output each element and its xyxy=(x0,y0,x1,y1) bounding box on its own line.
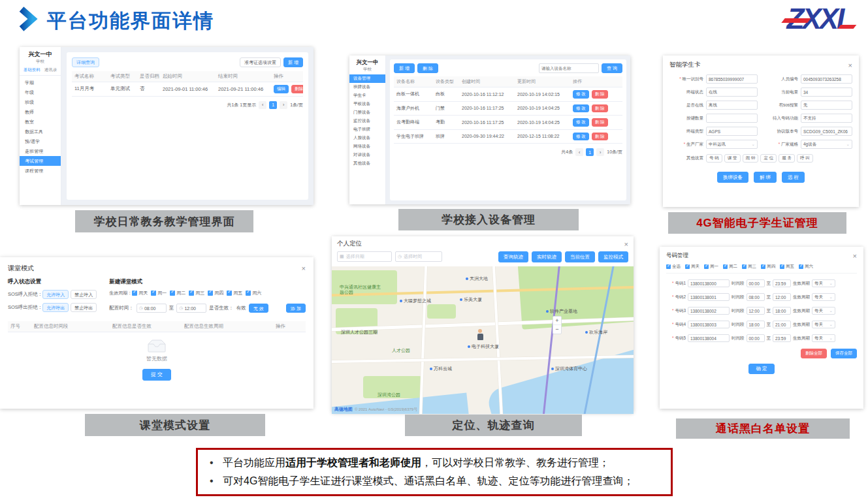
cycle-checkbox[interactable]: 周四 xyxy=(761,264,775,270)
close-icon[interactable]: × xyxy=(848,61,852,69)
submit-button[interactable]: 提 交 xyxy=(142,369,171,381)
zoom-in-button[interactable]: + xyxy=(553,317,561,325)
key-count-field[interactable] xyxy=(706,114,758,123)
realtime-track-button[interactable]: 实时轨迹 xyxy=(532,251,562,262)
forbid-outgoing-button[interactable]: 禁止呼出 xyxy=(71,303,97,312)
spec-select[interactable]: 4g设备 xyxy=(801,140,852,149)
sidebar-item[interactable]: 监控设备 xyxy=(349,117,385,125)
sidebar-item[interactable]: 网络设备 xyxy=(349,142,385,151)
current-page[interactable]: 1 xyxy=(269,101,277,109)
search-button[interactable]: 查 询 xyxy=(602,63,622,73)
terminal-status-field[interactable]: 在线 xyxy=(706,87,758,97)
sidebar-item[interactable]: 对讲设备 xyxy=(349,151,385,159)
query-track-button[interactable]: 查询轨迹 xyxy=(498,251,528,262)
delete-device-button[interactable]: 删 除 xyxy=(417,63,438,73)
start-time-input[interactable]: 08:00 xyxy=(137,304,167,313)
start-time-input[interactable]: 12:00 xyxy=(747,307,765,315)
edit-button[interactable]: 编辑 xyxy=(274,85,289,93)
sidebar-item[interactable]: 走班管理 xyxy=(20,146,61,156)
phone-input[interactable]: 13800138002 xyxy=(688,307,730,315)
start-time-input[interactable]: 00:00 xyxy=(747,334,765,342)
valid-yes-option[interactable]: 有效 xyxy=(236,305,246,311)
end-time-input[interactable]: 12:00 xyxy=(176,304,206,313)
person-marker[interactable] xyxy=(475,329,485,342)
cycle-checkbox[interactable]: 全选 xyxy=(666,264,681,270)
start-time-input[interactable]: 18:00 xyxy=(747,321,765,328)
alarm-setting-button[interactable]: 闹 钟 xyxy=(743,154,759,163)
save-all-button[interactable]: 保存全部 xyxy=(831,349,857,358)
delete-button[interactable]: 删 除 xyxy=(592,118,608,127)
week-checkbox[interactable]: 周三 xyxy=(189,290,204,296)
online-field[interactable]: 离线 xyxy=(706,101,758,110)
valid-no-button[interactable]: 无 效 xyxy=(249,304,268,313)
add-exam-button[interactable]: 新 增 xyxy=(283,57,303,67)
edit-button[interactable]: 修 改 xyxy=(573,133,589,141)
manufacturer-select[interactable]: 中科远讯 xyxy=(706,140,758,149)
delete-button[interactable]: 删 除 xyxy=(592,104,608,113)
zoom-out-button[interactable]: − xyxy=(553,325,561,334)
sidebar-item[interactable]: 班级 xyxy=(20,97,61,107)
allow-incoming-button[interactable]: 允许呼入 xyxy=(42,290,69,299)
cycle-select[interactable]: 每天 xyxy=(812,334,835,342)
sidebar-item[interactable]: 数据工具 xyxy=(20,127,61,136)
incoming-support-field[interactable]: 不支持 xyxy=(801,114,852,123)
cycle-select[interactable]: 每天 xyxy=(812,307,835,315)
location-setting-button[interactable]: 定 位 xyxy=(760,154,777,163)
sidebar-item[interactable]: 学期 xyxy=(20,78,61,87)
sidebar-item[interactable]: 班牌设备 xyxy=(349,83,385,91)
close-icon[interactable]: × xyxy=(853,252,857,260)
page-size-select[interactable]: 1条/页 xyxy=(290,102,303,108)
week-checkbox[interactable]: 周五 xyxy=(227,290,242,296)
week-checkbox[interactable]: 周天 xyxy=(132,290,148,296)
call-setting-button[interactable]: 呼 叫 xyxy=(797,154,813,163)
sidebar-item-exam-active[interactable]: 考试管理 xyxy=(20,156,61,166)
end-time-input[interactable]: 18:00 xyxy=(773,307,791,315)
edit-button[interactable]: 修 改 xyxy=(573,90,589,99)
sidebar-item[interactable]: 年级 xyxy=(20,87,61,97)
edit-button[interactable]: 修 改 xyxy=(573,118,589,127)
start-time-input[interactable]: 00:00 xyxy=(747,279,765,287)
add-device-button[interactable]: 新 增 xyxy=(394,63,415,73)
current-position-button[interactable]: 当前位置 xyxy=(565,251,595,262)
cycle-checkbox[interactable]: 周一 xyxy=(704,264,718,270)
cycle-checkbox[interactable]: 周天 xyxy=(685,264,699,270)
page-size-select[interactable]: 10条/页 xyxy=(607,149,622,155)
sidebar-item[interactable]: 教室 xyxy=(20,117,61,127)
phone-input[interactable]: 13800138001 xyxy=(688,293,730,301)
sidebar-item[interactable]: 其他设备 xyxy=(349,159,385,168)
week-checkbox[interactable]: 周一 xyxy=(151,290,167,296)
sidebar-item-device-active[interactable]: 设备管理 xyxy=(349,74,385,83)
tab-basic-data[interactable]: 基础资料 xyxy=(24,67,40,73)
end-time-input[interactable]: 23:59 xyxy=(773,279,791,287)
current-page[interactable]: 1 xyxy=(586,148,594,156)
start-time-input[interactable]: 08:00 xyxy=(747,293,765,301)
cycle-select[interactable]: 每天 xyxy=(812,321,835,328)
class-setting-button[interactable]: 课 堂 xyxy=(724,154,741,163)
cycle-select[interactable]: 每天 xyxy=(812,293,835,301)
delete-button[interactable]: 删 除 xyxy=(592,133,608,141)
end-time-input[interactable]: 21:00 xyxy=(773,321,791,328)
remote-button[interactable]: 远 程 xyxy=(782,172,805,183)
person-id-field[interactable]: 0045093073263258 xyxy=(801,74,852,84)
allow-outgoing-button[interactable]: 允许呼出 xyxy=(42,303,69,312)
delete-button[interactable]: 删 除 xyxy=(592,90,608,99)
sidebar-item[interactable]: 课程管理 xyxy=(20,166,61,176)
week-checkbox[interactable]: 周四 xyxy=(208,290,223,296)
tab-contacts[interactable]: 通讯录 xyxy=(44,67,57,73)
week-checkbox[interactable]: 周二 xyxy=(170,290,185,296)
add-config-button[interactable]: 添 加 xyxy=(286,304,306,313)
delete-all-button[interactable]: 删除全部 xyxy=(801,349,827,358)
device-search-input[interactable] xyxy=(539,63,599,73)
map-canvas[interactable]: 天润大地 大疆梦想之城 乐美大厦 中兴通讯社区健康主题公园 深圳人才公园三期 人… xyxy=(332,266,634,414)
sidebar-item[interactable]: 教师 xyxy=(20,107,61,117)
close-icon[interactable]: × xyxy=(624,240,628,248)
next-page-button[interactable]: › xyxy=(596,148,604,156)
cycle-checkbox[interactable]: 周五 xyxy=(780,264,794,270)
sidebar-item[interactable]: 人脸设备 xyxy=(349,134,385,142)
exam-ticket-options-button[interactable]: 准考证选项设置 xyxy=(240,57,281,67)
sidebar-item[interactable]: 预/退学 xyxy=(20,136,61,146)
cycle-checkbox[interactable]: 周三 xyxy=(742,264,756,270)
cycle-checkbox[interactable]: 周六 xyxy=(799,264,813,270)
sidebar-item[interactable]: 门禁设备 xyxy=(349,108,385,117)
prev-page-button[interactable]: ‹ xyxy=(575,148,583,156)
